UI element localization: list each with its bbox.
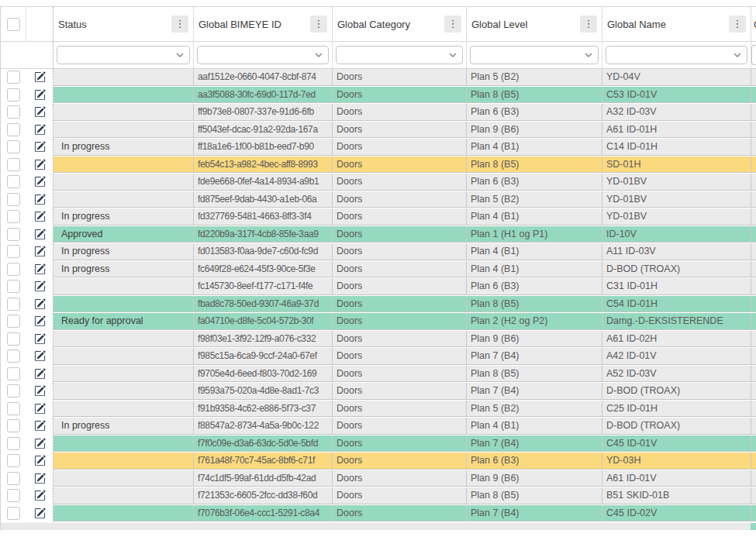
- edit-row-button[interactable]: [33, 298, 46, 310]
- row-checkbox[interactable]: [7, 210, 20, 223]
- bimeye-id-cell[interactable]: ff18a1e6-1f00-b81b-eed7-b90: [194, 139, 333, 156]
- status-cell[interactable]: In progress: [54, 243, 194, 260]
- row-checkbox[interactable]: [7, 349, 20, 363]
- edit-row-button[interactable]: [33, 385, 46, 398]
- name-cell[interactable]: C45 ID-01V: [602, 435, 751, 453]
- name-cell[interactable]: C45 ID-02V: [602, 505, 751, 522]
- level-cell[interactable]: Plan 4 (B1): [467, 139, 602, 156]
- name-cell[interactable]: C25 ID-01H: [602, 401, 751, 418]
- row-checkbox[interactable]: [7, 88, 20, 102]
- status-cell[interactable]: [54, 157, 194, 174]
- bimeye-id-cell[interactable]: fc649f28-e624-45f3-90ce-5f3e: [194, 261, 333, 278]
- bimeye-id-cell[interactable]: f7f0c09e-d3a6-63dc-5d0e-5bfd: [194, 435, 333, 453]
- row-checkbox[interactable]: [7, 193, 20, 206]
- edit-row-button[interactable]: [33, 420, 46, 432]
- edit-row-button[interactable]: [33, 437, 46, 449]
- category-cell[interactable]: Doors: [333, 505, 467, 522]
- edit-row-button[interactable]: [33, 350, 46, 363]
- bimeye-id-cell[interactable]: f88547a2-8734-4a5a-9b0c-122: [194, 418, 333, 435]
- horizontal-scrollbar[interactable]: [1, 522, 756, 530]
- row-checkbox[interactable]: [7, 437, 20, 450]
- level-cell[interactable]: Plan 7 (B4): [467, 383, 602, 400]
- name-cell[interactable]: A11 ID-03V: [602, 243, 751, 260]
- category-cell[interactable]: Doors: [333, 87, 467, 104]
- row-checkbox[interactable]: [7, 454, 20, 467]
- column-header-level[interactable]: Global Level ⋮: [467, 7, 602, 41]
- column-header-status[interactable]: Status ⋮: [54, 7, 194, 41]
- row-checkbox[interactable]: [7, 402, 20, 415]
- edit-row-button[interactable]: [33, 263, 46, 275]
- name-cell[interactable]: D-BOD (TROAX): [602, 383, 751, 400]
- level-cell[interactable]: Plan 8 (B5): [467, 157, 602, 174]
- filter-select-status[interactable]: [57, 46, 190, 64]
- row-checkbox[interactable]: [7, 71, 20, 84]
- edit-row-button[interactable]: [33, 106, 46, 119]
- edit-row-button[interactable]: [33, 281, 46, 293]
- status-cell[interactable]: [54, 122, 194, 139]
- edit-row-button[interactable]: [33, 455, 46, 467]
- filter-select-bimeye-id[interactable]: [197, 46, 329, 64]
- category-cell[interactable]: Doors: [333, 487, 467, 504]
- column-menu-button[interactable]: ⋮: [444, 15, 461, 33]
- status-cell[interactable]: [54, 87, 194, 104]
- edit-row-button[interactable]: [33, 176, 46, 188]
- level-cell[interactable]: Plan 8 (B5): [467, 487, 602, 504]
- filter-select-name[interactable]: [606, 46, 747, 64]
- bimeye-id-cell[interactable]: f9705e4d-6eed-f803-70d2-169: [194, 366, 333, 383]
- status-cell[interactable]: [54, 296, 194, 313]
- level-cell[interactable]: Plan 9 (B6): [467, 331, 602, 348]
- edit-row-button[interactable]: [33, 123, 46, 136]
- status-cell[interactable]: In progress: [54, 208, 194, 225]
- bimeye-id-cell[interactable]: ff9b73e8-0807-337e-91d6-6fb: [194, 104, 333, 121]
- name-cell[interactable]: A61 ID-01V: [602, 470, 751, 487]
- column-header-name[interactable]: Global Name ⋮: [602, 7, 751, 41]
- status-cell[interactable]: [54, 278, 194, 295]
- row-checkbox[interactable]: [7, 175, 20, 188]
- name-cell[interactable]: Damg.-D-EKSISTERENDE: [602, 313, 751, 330]
- name-cell[interactable]: D-BOD (TROAX): [602, 418, 751, 435]
- bimeye-id-cell[interactable]: fc145730-8eef-f177-c171-f4fe: [194, 278, 333, 295]
- category-cell[interactable]: Doors: [333, 453, 467, 470]
- row-checkbox[interactable]: [7, 123, 20, 136]
- row-checkbox[interactable]: [7, 140, 20, 153]
- name-cell[interactable]: YD-01BV: [602, 208, 751, 225]
- name-cell[interactable]: B51 SKID-01B: [602, 487, 751, 504]
- row-checkbox[interactable]: [7, 472, 20, 485]
- bimeye-id-cell[interactable]: fa04710e-d8fe-5c04-572b-30f: [194, 313, 333, 330]
- status-cell[interactable]: [54, 435, 194, 453]
- level-cell[interactable]: Plan 6 (B3): [467, 278, 602, 295]
- status-cell[interactable]: [54, 383, 194, 400]
- level-cell[interactable]: Plan 5 (B2): [467, 69, 602, 86]
- bimeye-id-cell[interactable]: ff5043ef-dcac-91a2-92da-167a: [194, 122, 333, 139]
- status-cell[interactable]: [54, 174, 194, 191]
- level-cell[interactable]: Plan 7 (B4): [467, 435, 602, 453]
- status-cell[interactable]: [54, 69, 194, 86]
- row-checkbox[interactable]: [7, 263, 20, 276]
- level-cell[interactable]: Plan 6 (B3): [467, 453, 602, 470]
- name-cell[interactable]: C53 ID-01V: [602, 87, 751, 104]
- level-cell[interactable]: Plan 6 (B3): [467, 104, 602, 121]
- level-cell[interactable]: Plan 4 (B1): [467, 208, 602, 225]
- status-cell[interactable]: In progress: [54, 261, 194, 278]
- name-cell[interactable]: A42 ID-01V: [602, 348, 751, 365]
- name-cell[interactable]: YD-01BV: [602, 191, 751, 208]
- name-cell[interactable]: C31 ID-01H: [602, 278, 751, 295]
- level-cell[interactable]: Plan 8 (B5): [467, 87, 602, 104]
- category-cell[interactable]: Doors: [333, 278, 467, 295]
- edit-row-button[interactable]: [33, 332, 46, 345]
- status-cell[interactable]: [54, 401, 194, 418]
- edit-row-button[interactable]: [33, 472, 46, 484]
- name-cell[interactable]: A61 ID-01H: [602, 122, 751, 139]
- bimeye-id-cell[interactable]: fd327769-5481-4663-8ff3-3f4: [194, 208, 333, 225]
- edit-row-button[interactable]: [33, 507, 46, 519]
- level-cell[interactable]: Plan 9 (B6): [467, 122, 602, 139]
- edit-row-button[interactable]: [33, 141, 46, 153]
- edit-row-button[interactable]: [33, 246, 46, 258]
- level-cell[interactable]: Plan 7 (B4): [467, 348, 602, 365]
- bimeye-id-cell[interactable]: fd220b9a-317f-4cb8-85fe-3aa9: [194, 226, 333, 243]
- bimeye-id-cell[interactable]: fbad8c78-50ed-9307-46a9-37d: [194, 296, 333, 313]
- row-checkbox[interactable]: [7, 315, 20, 328]
- category-cell[interactable]: Doors: [333, 401, 467, 418]
- edit-row-button[interactable]: [33, 88, 46, 101]
- status-cell[interactable]: [54, 348, 194, 365]
